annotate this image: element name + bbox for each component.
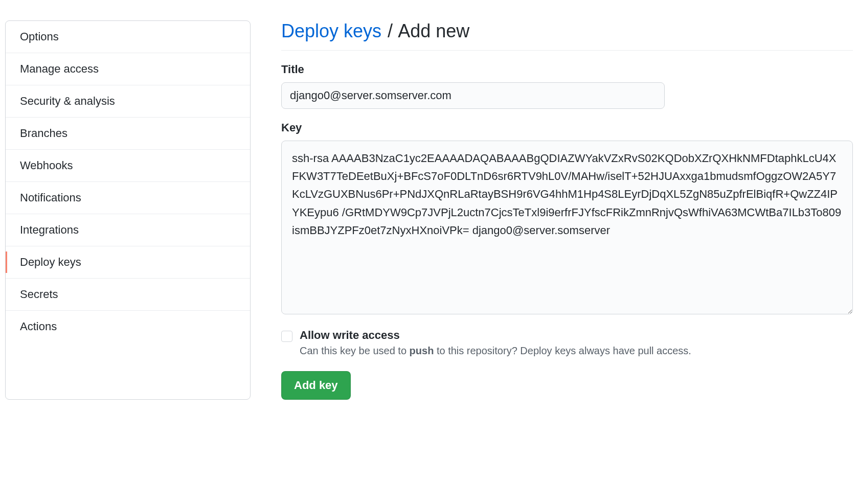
- title-field-group: Title: [281, 63, 853, 109]
- allow-write-access-label[interactable]: Allow write access: [300, 329, 400, 341]
- sidebar-item-notifications[interactable]: Notifications: [6, 182, 250, 214]
- sidebar-item-secrets[interactable]: Secrets: [6, 279, 250, 311]
- main-content: Deploy keys / Add new Title Key Allow wr…: [281, 20, 853, 400]
- breadcrumb-deploy-keys-link[interactable]: Deploy keys: [281, 20, 381, 41]
- key-textarea[interactable]: [281, 141, 853, 314]
- allow-write-access-group: Allow write access Can this key be used …: [281, 329, 853, 357]
- sidebar-item-deploy-keys[interactable]: Deploy keys: [6, 246, 250, 279]
- title-label: Title: [281, 63, 853, 76]
- sidebar-item-options[interactable]: Options: [6, 21, 250, 53]
- sidebar-item-branches[interactable]: Branches: [6, 118, 250, 150]
- allow-write-access-hint: Can this key be used to push to this rep…: [300, 345, 691, 357]
- sidebar-item-integrations[interactable]: Integrations: [6, 214, 250, 246]
- breadcrumb-current: Add new: [398, 20, 469, 41]
- sidebar-item-security-analysis[interactable]: Security & analysis: [6, 85, 250, 118]
- sidebar-item-webhooks[interactable]: Webhooks: [6, 150, 250, 182]
- key-label: Key: [281, 121, 853, 134]
- title-input[interactable]: [281, 82, 665, 109]
- allow-write-access-checkbox[interactable]: [281, 331, 292, 342]
- breadcrumb-separator: /: [388, 20, 393, 41]
- add-key-button[interactable]: Add key: [281, 371, 351, 400]
- sidebar-item-manage-access[interactable]: Manage access: [6, 53, 250, 85]
- settings-sidebar: Options Manage access Security & analysi…: [5, 20, 251, 400]
- sidebar-item-actions[interactable]: Actions: [6, 311, 250, 342]
- key-field-group: Key: [281, 121, 853, 316]
- page-header: Deploy keys / Add new: [281, 20, 853, 51]
